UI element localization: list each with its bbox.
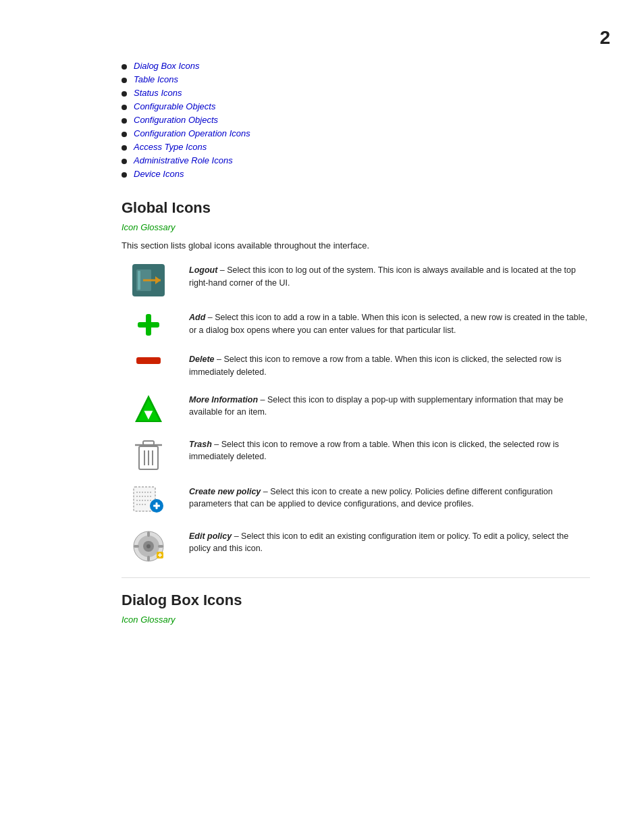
svg-rect-7: [138, 322, 159, 328]
icon-row-add: Add – Select this icon to add a row in a…: [122, 311, 590, 338]
bullet-icon: [122, 64, 127, 70]
bullet-icon: [122, 78, 127, 83]
toc-link[interactable]: Configuration Operation Icons: [134, 128, 250, 138]
dialog-box-icons-title: Dialog Box Icons: [122, 592, 590, 609]
icon-row-more-information: ▼ More Information – Select this icon to…: [122, 394, 590, 423]
section-divider: [122, 577, 590, 578]
svg-text:▼: ▼: [141, 406, 156, 423]
bullet-icon: [122, 105, 127, 110]
toc-item: Configurable Objects: [122, 101, 590, 111]
toc-item: Configuration Operation Icons: [122, 128, 590, 138]
toc-item: Configuration Objects: [122, 115, 590, 125]
trash-icon: [122, 438, 176, 471]
toc-link[interactable]: Configurable Objects: [134, 101, 215, 111]
icon-row-logout: Logout – Select this icon to log out of …: [122, 264, 590, 296]
create-new-policy-icon: [122, 486, 176, 515]
icon-row-edit-policy: Edit policy – Select this icon to edit a…: [122, 530, 590, 563]
toc-item: Status Icons: [122, 88, 590, 98]
svg-rect-31: [147, 556, 150, 561]
more-information-description: More Information – Select this icon to d…: [189, 394, 590, 419]
delete-description: Delete – Select this icon to remove a ro…: [189, 353, 590, 379]
bullet-icon: [122, 159, 127, 164]
icon-row-trash: Trash – Select this icon to remove a row…: [122, 438, 590, 471]
logout-description: Logout – Select this icon to log out of …: [189, 264, 590, 290]
trash-description: Trash – Select this icon to remove a row…: [189, 438, 590, 464]
bullet-icon: [122, 91, 127, 97]
bullet-icon: [122, 132, 127, 137]
logout-icon: [122, 264, 176, 296]
svg-point-29: [146, 544, 151, 548]
svg-rect-32: [134, 545, 139, 548]
svg-rect-25: [156, 502, 158, 509]
toc-item: Dialog Box Icons: [122, 61, 590, 71]
svg-rect-30: [147, 531, 150, 537]
global-icons-section: Global Icons Icon Glossary This section …: [122, 199, 590, 563]
toc-item: Access Type Icons: [122, 142, 590, 152]
more-information-icon: ▼: [122, 394, 176, 423]
toc-link[interactable]: Device Icons: [134, 169, 184, 179]
toc-item: Device Icons: [122, 169, 590, 179]
toc-link[interactable]: Access Type Icons: [134, 142, 207, 152]
dialog-box-icons-glossary-link[interactable]: Icon Glossary: [122, 615, 590, 625]
page-number: 2: [599, 27, 610, 49]
create-new-policy-description: Create new policy – Select this icon to …: [189, 486, 590, 511]
toc-list: Dialog Box IconsTable IconsStatus IconsC…: [122, 61, 590, 179]
global-icons-intro: This section lists global icons availabl…: [122, 240, 590, 251]
bullet-icon: [122, 145, 127, 151]
edit-policy-description: Edit policy – Select this icon to edit a…: [189, 530, 590, 556]
add-icon: [122, 311, 176, 338]
svg-rect-14: [143, 441, 154, 445]
toc-link[interactable]: Status Icons: [134, 88, 182, 98]
global-icons-glossary-link[interactable]: Icon Glossary: [122, 222, 590, 232]
bullet-icon: [122, 172, 127, 178]
svg-rect-8: [136, 357, 161, 364]
svg-rect-33: [158, 545, 163, 548]
delete-icon: [122, 353, 176, 367]
toc-item: Table Icons: [122, 74, 590, 84]
icon-row-create-new-policy: Create new policy – Select this icon to …: [122, 486, 590, 515]
add-description: Add – Select this icon to add a row in a…: [189, 311, 590, 337]
icon-row-delete: Delete – Select this icon to remove a ro…: [122, 353, 590, 379]
toc-link[interactable]: Administrative Role Icons: [134, 155, 233, 165]
svg-rect-5: [138, 271, 140, 290]
main-content: Dialog Box IconsTable IconsStatus IconsC…: [122, 61, 590, 625]
bullet-icon: [122, 118, 127, 124]
icon-rows-container: Logout – Select this icon to log out of …: [122, 264, 590, 563]
toc-link[interactable]: Configuration Objects: [134, 115, 218, 125]
global-icons-title: Global Icons: [122, 199, 590, 217]
edit-policy-icon: [122, 530, 176, 563]
dialog-box-icons-section: Dialog Box Icons Icon Glossary: [122, 592, 590, 625]
toc-link[interactable]: Dialog Box Icons: [134, 61, 200, 71]
toc-link[interactable]: Table Icons: [134, 74, 178, 84]
toc-item: Administrative Role Icons: [122, 155, 590, 165]
